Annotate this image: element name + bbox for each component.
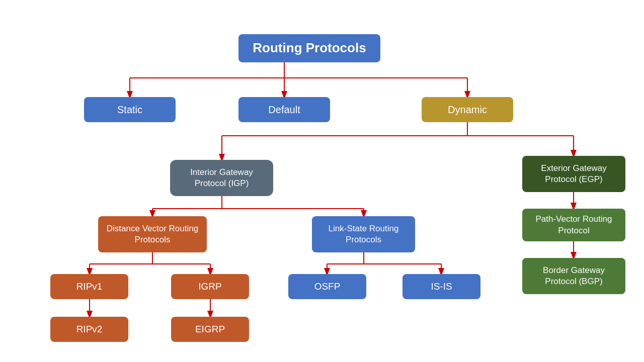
node-egp: Exterior Gateway Protocol (EGP)	[522, 156, 625, 192]
node-routing-protocols: Routing Protocols	[238, 34, 380, 62]
node-static: Static	[84, 97, 176, 122]
node-eigrp: EIGRP	[171, 317, 249, 342]
node-igrp: IGRP	[171, 274, 249, 299]
node-distance-vector: Distance Vector Routing Protocols	[98, 216, 207, 252]
node-path-vector: Path-Vector Routing Protocol	[522, 209, 625, 241]
node-dynamic: Dynamic	[422, 97, 513, 122]
node-default: Default	[238, 97, 330, 122]
node-igp: Interior Gateway Protocol (IGP)	[170, 160, 273, 196]
node-bgp: Border Gateway Protocol (BGP)	[522, 258, 625, 294]
node-ospf: OSFP	[288, 274, 366, 299]
node-ripv1: RIPv1	[50, 274, 128, 299]
diagram: Routing Protocols Static Default Dynamic…	[0, 0, 644, 362]
node-isis: IS-IS	[403, 274, 480, 299]
node-ripv2: RIPv2	[50, 317, 128, 342]
node-link-state: Link-State Routing Protocols	[312, 216, 415, 252]
